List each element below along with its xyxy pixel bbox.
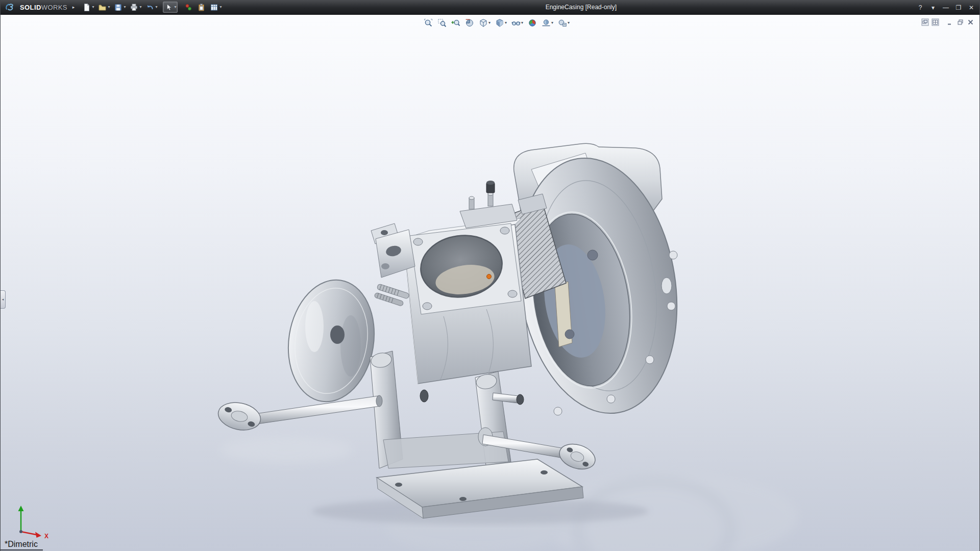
heads-up-view-toolbar: ▾▾▾▾▾ [422, 17, 571, 29]
help-button[interactable]: ? [916, 4, 924, 11]
edit-appearance-button[interactable] [526, 17, 538, 29]
options-icon [210, 3, 218, 12]
hide-show-items-button[interactable]: ▾ [510, 17, 525, 29]
open-icon [98, 3, 107, 12]
doc-close-button[interactable] [967, 18, 974, 26]
section-view-icon [465, 18, 474, 28]
undo-icon [145, 3, 154, 12]
new-document-icon [82, 3, 91, 12]
menu-expander-icon[interactable]: ▸ [72, 5, 75, 10]
triad-x-axis [35, 532, 41, 538]
view-orientation-label: *Dimetric [1, 540, 43, 550]
undo-button[interactable]: ▾ [144, 2, 159, 13]
selection-filter-button[interactable] [183, 2, 194, 13]
open-button[interactable]: ▾ [96, 2, 111, 13]
paste-button[interactable] [195, 2, 207, 13]
apply-scene-icon [542, 18, 551, 28]
titlebar: SOLIDWORKS ▸ ▾▾▾▾▾▾▾ EngineCasing [Read-… [1, 0, 979, 15]
dropdown-caret-icon[interactable]: ▾ [505, 21, 507, 25]
print-button[interactable]: ▾ [128, 2, 143, 13]
view-settings-icon [558, 18, 567, 28]
pane-toggle-left-button[interactable] [921, 18, 929, 26]
triad-y-axis [18, 506, 24, 511]
display-style-button[interactable]: ▾ [494, 17, 508, 29]
graphics-area: ▾▾▾▾▾ ◂ X *Dimetric [1, 15, 979, 551]
doc-restore-button[interactable] [957, 18, 964, 26]
mount-bracket-part[interactable] [371, 223, 415, 307]
dropdown-caret-icon[interactable]: ▾ [521, 21, 523, 25]
triad-origin [19, 530, 22, 533]
dropdown-caret-icon[interactable]: ▾ [139, 5, 141, 9]
dropdown-caret-icon[interactable]: ▾ [219, 5, 222, 9]
brand-works: WORKS [41, 4, 67, 11]
dropdown-caret-icon[interactable]: ▾ [124, 5, 126, 9]
flywheel-cover-part[interactable] [280, 273, 383, 408]
new-document-button[interactable]: ▾ [81, 2, 95, 13]
dropdown-caret-icon[interactable]: ▾ [551, 21, 553, 25]
file-toolbar: ▾▾▾▾▾▾▾ [81, 2, 223, 13]
solidworks-logo: SOLIDWORKS [1, 3, 69, 12]
paste-icon [197, 3, 206, 12]
previous-view-button[interactable] [450, 17, 462, 29]
zoom-to-fit-icon [424, 18, 433, 28]
featuremanager-collapsed-tab[interactable]: ◂ [1, 290, 6, 309]
dropdown-caret-icon[interactable]: ▾ [108, 5, 110, 9]
close-button[interactable]: ✕ [967, 4, 975, 11]
print-icon [130, 3, 138, 12]
select-button[interactable]: ▾ [163, 2, 178, 13]
window-controls: ?▾—❐✕ [916, 0, 975, 15]
dropdown-caret-icon[interactable]: ▾ [155, 5, 157, 9]
edit-appearance-icon [528, 18, 537, 28]
select-icon [164, 3, 173, 12]
save-icon [114, 3, 122, 12]
zoom-to-fit-button[interactable] [422, 17, 434, 29]
triad-x-label: X [44, 533, 48, 540]
options-button[interactable]: ▾ [208, 2, 223, 13]
display-style-icon [495, 18, 504, 28]
reference-triad: X [6, 502, 62, 543]
minimize-button[interactable]: — [942, 4, 950, 11]
section-view-button[interactable] [463, 17, 476, 29]
dropdown-caret-icon[interactable]: ▾ [488, 21, 491, 25]
zoom-to-area-icon [437, 18, 447, 28]
selection-point-marker [487, 274, 492, 279]
zoom-to-area-button[interactable] [436, 17, 448, 29]
view-orientation-icon [479, 18, 488, 28]
view-orientation-button[interactable]: ▾ [477, 17, 492, 29]
pane-toggle-right-button[interactable] [932, 18, 939, 26]
cylinder-block-part[interactable] [404, 218, 531, 384]
previous-view-icon [451, 18, 460, 28]
doc-minimize-button[interactable] [946, 18, 954, 26]
solidworks-window: SOLIDWORKS ▸ ▾▾▾▾▾▾▾ EngineCasing [Read-… [0, 0, 980, 551]
dropdown-caret-icon[interactable]: ▾ [174, 5, 176, 9]
brand-solid: SOLID [20, 4, 41, 11]
3ds-logo-icon [5, 3, 18, 12]
view-settings-button[interactable]: ▾ [556, 17, 571, 29]
document-window-controls [921, 18, 974, 26]
apply-scene-button[interactable]: ▾ [540, 17, 555, 29]
selection-filter-icon [184, 3, 193, 12]
dropdown-caret-icon[interactable]: ▾ [568, 21, 570, 25]
help-menu-caret[interactable]: ▾ [929, 4, 937, 11]
engine-casing-model[interactable] [1, 15, 979, 551]
dropdown-caret-icon[interactable]: ▾ [92, 5, 94, 9]
restore-button[interactable]: ❐ [954, 4, 963, 11]
hide-show-items-icon [511, 18, 521, 28]
save-button[interactable]: ▾ [112, 2, 127, 13]
document-title: EngineCasing [Read-only] [546, 4, 617, 11]
